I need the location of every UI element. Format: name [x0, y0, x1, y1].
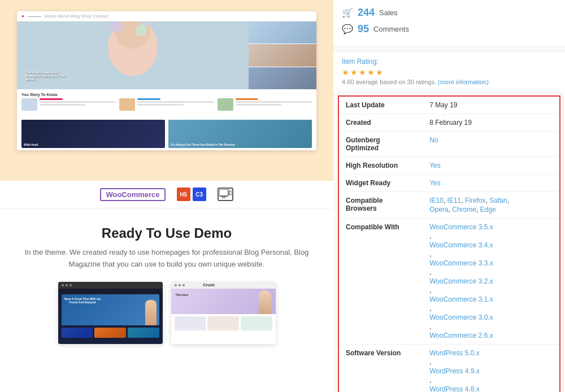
dot-3 [69, 284, 72, 286]
rating-section: Item Rating: ★ ★ ★ ★ ★ 4.60 average base… [333, 51, 565, 91]
browser-opera[interactable]: Opera [429, 206, 448, 214]
preview-mockup: ● ——— Home About Blog Shop Contact [17, 11, 316, 150]
dot-4 [175, 284, 177, 286]
dark-header [58, 282, 163, 289]
mockup-wide-cards: Wide Head It's Always Fun Three And Smil… [17, 117, 316, 150]
rating-label: Item Rating: [342, 58, 557, 66]
demo-description: In the theme. We created ready to use ho… [23, 247, 311, 271]
label-software: Software Version [339, 345, 423, 393]
star-4: ★ [367, 68, 375, 77]
browser-edge[interactable]: Edge [480, 206, 496, 214]
tech-icons-bar: WooCommerce H5 C3 [0, 181, 333, 208]
light-content-cards [171, 314, 276, 333]
hero-thumb-2 [249, 44, 316, 67]
content-row-1 [21, 98, 312, 111]
card-tag-2 [137, 98, 160, 100]
compat-woo31[interactable]: WooCommerce 3.1.x [429, 295, 553, 303]
html-css-badges: H5 C3 [177, 188, 206, 201]
svg-rect-9 [229, 191, 232, 195]
compat-woo32[interactable]: WooCommerce 3.2.x [429, 277, 553, 285]
demo-preview-light: Crush Title Here [171, 282, 276, 344]
gutenberg-link[interactable]: No [429, 136, 438, 144]
mockup-hero: The Best Experience Beautiful And Full I… [17, 21, 316, 89]
sales-row: 🛒 244 Sales [342, 7, 557, 19]
browser-ie10[interactable]: IE10 [429, 197, 444, 204]
compat-woo34[interactable]: WooCommerce 3.4.x [429, 241, 553, 249]
label-created: Created [339, 114, 423, 132]
value-last-update: 7 May 19 [423, 97, 559, 114]
card-image-3 [218, 98, 233, 111]
browser-ie11[interactable]: IE11 [447, 197, 462, 204]
demo-title: Ready To Use Demo [23, 225, 311, 241]
info-table-wrapper: Last Update 7 May 19 Created 8 February … [338, 95, 560, 392]
wide-card-label-1: Wide Head [24, 143, 38, 146]
label-compatible-with: Compatible With [339, 219, 423, 345]
dark-content: Have A Good Time With myFriend And Enjoy… [58, 289, 163, 344]
demo-previews: Have A Good Time With myFriend And Enjoy… [23, 282, 311, 344]
hero-thumb-1 [249, 21, 316, 44]
label-browsers: CompatibleBrowsers [339, 192, 423, 219]
content-card-2 [119, 98, 214, 111]
card-tag-1 [40, 98, 63, 100]
dot-2 [66, 284, 68, 286]
browser-chrome[interactable]: Chrome [452, 206, 476, 214]
value-browsers: IE10, IE11, Firefox, Safari, Opera, Chro… [423, 192, 559, 219]
demo-preview-dark: Have A Good Time With myFriend And Enjoy… [58, 282, 163, 344]
cart-icon: 🛒 [342, 7, 353, 18]
svg-point-6 [135, 25, 147, 36]
card-image-2 [119, 98, 135, 111]
comments-count: 95 [358, 23, 369, 35]
high-res-link[interactable]: Yes [429, 162, 441, 169]
sales-label: Sales [379, 8, 398, 17]
dot-6 [182, 284, 185, 286]
right-panel: 🛒 244 Sales 💬 95 Comments Item Rating: ★… [333, 0, 565, 392]
rating-text: 4.60 average based on 30 ratings. (more … [342, 79, 557, 85]
sw-wp48[interactable]: WordPress 4.8.x [429, 385, 553, 392]
table-row-created: Created 8 February 19 [339, 114, 559, 132]
light-hero: Title Here [171, 289, 276, 314]
dot-1 [62, 284, 64, 286]
table-row-gutenberg: GutenbergOptimized No [339, 132, 559, 157]
responsive-badge [218, 188, 233, 201]
compat-woo26[interactable]: WooCommerce 2.6.x [429, 332, 553, 339]
hero-side-thumbnails [249, 21, 316, 89]
browsers-row-2: Opera, Chrome, Edge [429, 206, 553, 214]
widget-link[interactable]: Yes [429, 179, 441, 187]
rating-average-text: 4.60 average based on 30 ratings. [342, 79, 436, 85]
dot-5 [179, 284, 181, 286]
table-row-compatible-with: Compatible With WooCommerce 3.5.x, WooCo… [339, 219, 559, 345]
mockup-content: You Story To Know [17, 89, 316, 117]
value-widget: Yes [423, 175, 559, 192]
light-header: Crush [171, 282, 276, 289]
value-software: WordPress 5.0.x, WordPress 4.9.x, WordPr… [423, 345, 559, 393]
svg-rect-7 [219, 189, 228, 196]
rating-more-info-link[interactable]: (more information) [438, 79, 489, 85]
sw-wp49[interactable]: WordPress 4.9.x [429, 367, 553, 375]
wide-card-2: It's Always Fun Three And Smile In The S… [168, 120, 312, 148]
sw-wp50[interactable]: WordPress 5.0.x [429, 349, 553, 357]
value-created: 8 February 19 [423, 114, 559, 132]
responsive-icon [219, 189, 232, 199]
label-high-res: High Resolution [339, 157, 423, 175]
hero-text-overlay: The Best Experience Beautiful And Full I… [25, 71, 71, 81]
left-panel: ● ——— Home About Blog Shop Contact [0, 0, 333, 392]
label-widget: Widget Ready [339, 175, 423, 192]
table-row-widget: Widget Ready Yes [339, 175, 559, 192]
star-half: ★ [376, 68, 383, 77]
browser-firefox[interactable]: Firefox [465, 197, 486, 204]
star-1: ★ [342, 68, 349, 77]
compat-woo33[interactable]: WooCommerce 3.3.x [429, 259, 553, 267]
browsers-row-1: IE10, IE11, Firefox, Safari, [429, 197, 553, 204]
content-section-title: You Story To Know [21, 93, 312, 97]
sales-count: 244 [358, 7, 375, 19]
compat-woo30[interactable]: WooCommerce 3.0.x [429, 313, 553, 321]
preview-light-bg: Crush Title Here [171, 282, 276, 344]
card-line-2 [40, 104, 85, 106]
browser-safari[interactable]: Safari [489, 197, 507, 204]
card-image-1 [21, 98, 37, 111]
card-line-3 [137, 101, 214, 103]
table-row-browsers: CompatibleBrowsers IE10, IE11, Firefox, … [339, 192, 559, 219]
table-row-software: Software Version WordPress 5.0.x, WordPr… [339, 345, 559, 393]
compat-woo35[interactable]: WooCommerce 3.5.x [429, 223, 553, 231]
content-card-1 [21, 98, 116, 111]
